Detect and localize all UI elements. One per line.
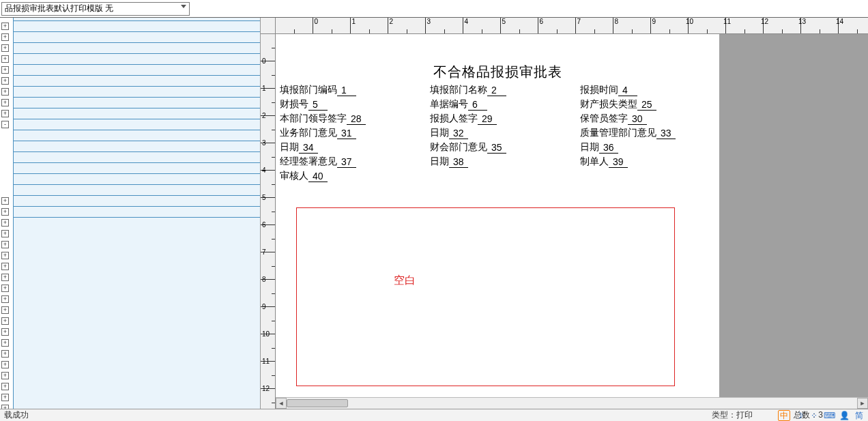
expand-icon[interactable]: +: [1, 295, 9, 303]
expand-icon[interactable]: +: [1, 88, 9, 96]
ruler-tick: 3: [388, 18, 426, 33]
expand-icon[interactable]: +: [1, 372, 9, 379]
tree-item[interactable]: +药品运输记录 出库单子集: [1, 403, 260, 409]
ruler-tick: 12: [726, 18, 764, 33]
ruler-tick: 8: [576, 18, 613, 33]
field-value: 32: [449, 128, 468, 139]
expand-icon[interactable]: +: [1, 44, 9, 52]
form-field[interactable]: 本部门领导签字28: [280, 113, 424, 125]
report-page[interactable]: 不合格品报损审批表 填报部门编码1填报部门名称2报损时间4财损号5单据编号6财产…: [276, 34, 719, 409]
expand-icon[interactable]: +: [1, 230, 9, 237]
form-field[interactable]: 保管员签字30: [580, 113, 710, 125]
form-field[interactable]: 财产损失类型25: [580, 98, 710, 111]
expand-icon[interactable]: +: [1, 274, 9, 281]
topbar: 品报损审批表默认打印模版 无: [0, 0, 868, 18]
expand-icon[interactable]: +: [1, 317, 9, 325]
tree-pane[interactable]: +药品运输记录_温湿度信息+药品采购入库质量验收记录单+直调质量验收记录单+注射…: [0, 18, 261, 409]
field-value: 40: [308, 171, 328, 182]
design-surface: 012345678910111213141516171819202122 012…: [261, 18, 868, 409]
field-label: 报损人签字: [430, 113, 478, 125]
expand-icon[interactable]: +: [1, 77, 9, 85]
expand-icon[interactable]: +: [1, 361, 9, 368]
ruler-tick: 14: [801, 18, 839, 33]
template-dropdown[interactable]: 品报损审批表默认打印模版 无: [1, 2, 190, 16]
expand-icon[interactable]: +: [1, 66, 9, 74]
ruler-tick: 4: [261, 143, 275, 171]
form-field[interactable]: 填报部门编码1: [280, 84, 424, 96]
form-field[interactable]: 报损人签字29: [430, 113, 575, 125]
form-field[interactable]: 业务部门意见31: [280, 127, 424, 139]
form-field[interactable]: 财损号5: [280, 98, 424, 111]
ime-keyboard-icon[interactable]: ⌨: [823, 410, 835, 421]
ime-dots-icon[interactable]: ⁘: [808, 410, 820, 421]
vertical-ruler: 01234567891011121314: [261, 34, 276, 409]
field-value: 36: [599, 142, 618, 154]
expand-icon[interactable]: +: [1, 306, 9, 314]
expand-icon[interactable]: +: [1, 99, 9, 106]
expand-icon[interactable]: +: [1, 208, 9, 216]
field-label: 填报部门编码: [280, 84, 337, 96]
form-field[interactable]: 经理签署意见37: [280, 156, 424, 168]
ime-user-icon[interactable]: 👤: [838, 410, 850, 421]
form-field[interactable]: 日期36: [580, 141, 710, 154]
field-label: 日期: [430, 156, 449, 168]
expand-icon[interactable]: +: [1, 197, 9, 205]
form-row: 审核人40: [280, 170, 715, 182]
expand-icon[interactable]: +: [1, 285, 9, 292]
expand-icon[interactable]: +: [1, 328, 9, 336]
field-label: 日期: [430, 127, 449, 139]
form-field[interactable]: 制单人39: [580, 156, 710, 168]
field-label: 审核人: [280, 170, 308, 182]
collapse-icon[interactable]: -: [1, 121, 9, 128]
expand-icon[interactable]: +: [1, 241, 9, 248]
status-message: 载成功: [4, 409, 29, 421]
scroll-thumb[interactable]: [287, 399, 348, 407]
expand-icon[interactable]: +: [1, 383, 9, 390]
form-field[interactable]: 质量管理部门意见33: [580, 127, 710, 139]
field-label: 保管员签字: [580, 113, 628, 125]
ruler-tick: 8: [261, 252, 275, 280]
blank-region[interactable]: 空白: [296, 207, 675, 386]
ime-bar[interactable]: 中 ☽ ⁘ ⌨ 👤 简: [778, 410, 865, 421]
field-value: 39: [609, 156, 628, 168]
form-field[interactable]: 单据编号6: [430, 98, 575, 111]
field-label: 报损时间: [580, 84, 618, 96]
expand-icon[interactable]: +: [1, 350, 9, 358]
expand-icon[interactable]: +: [1, 219, 9, 227]
expand-icon[interactable]: +: [1, 339, 9, 347]
horizontal-ruler: 012345678910111213141516171819202122: [276, 18, 868, 34]
expand-icon[interactable]: +: [1, 263, 9, 270]
expand-icon[interactable]: +: [1, 394, 9, 401]
ime-moon-icon[interactable]: ☽: [793, 410, 805, 421]
horizontal-scrollbar[interactable]: ◄ ►: [276, 397, 868, 409]
ime-mode-icon[interactable]: 简: [853, 410, 865, 421]
expand-icon[interactable]: +: [1, 110, 9, 117]
form-field[interactable]: 财会部门意见35: [430, 141, 575, 154]
ruler-tick: 5: [261, 171, 275, 198]
form-field[interactable]: 审核人40: [280, 170, 424, 182]
expand-icon[interactable]: +: [1, 252, 9, 259]
expand-icon[interactable]: +: [1, 55, 9, 63]
scroll-left-button[interactable]: ◄: [276, 398, 287, 409]
form-field[interactable]: 报损时间4: [580, 84, 710, 96]
expand-icon[interactable]: +: [1, 33, 9, 41]
field-label: 财产损失类型: [580, 98, 637, 111]
canvas-viewport[interactable]: 不合格品报损审批表 填报部门编码1填报部门名称2报损时间4财损号5单据编号6财产…: [276, 34, 868, 409]
page-icon: [12, 217, 261, 409]
field-label: 本部门领导签字: [280, 113, 347, 125]
scroll-right-button[interactable]: ►: [857, 398, 868, 409]
field-label: 日期: [580, 141, 599, 154]
ruler-tick: 13: [261, 389, 275, 409]
field-label: 单据编号: [430, 98, 468, 111]
form-field[interactable]: 日期38: [430, 156, 575, 168]
field-label: 业务部门意见: [280, 127, 337, 139]
form-field[interactable]: 日期32: [430, 127, 575, 139]
expand-icon[interactable]: +: [1, 23, 9, 30]
ime-lang-icon[interactable]: 中: [778, 410, 790, 421]
field-value: 33: [656, 128, 676, 139]
form-field[interactable]: 填报部门名称2: [430, 84, 575, 96]
ruler-tick: 11: [261, 334, 275, 362]
form-field[interactable]: 日期34: [280, 141, 424, 154]
ruler-tick: 0: [261, 34, 275, 61]
form-row: 填报部门编码1填报部门名称2报损时间4: [280, 84, 715, 96]
